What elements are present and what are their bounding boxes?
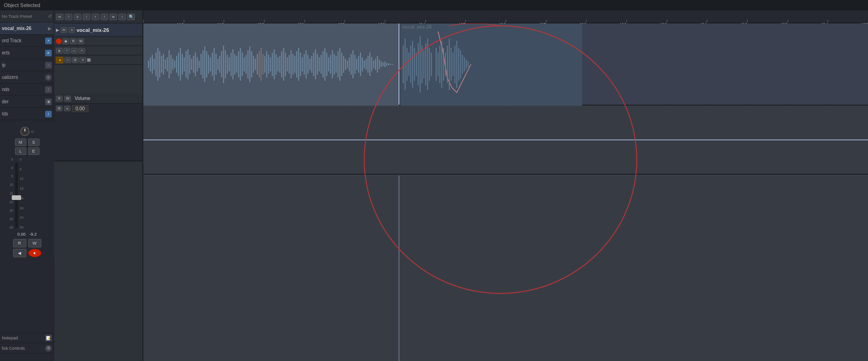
sidebar-equalizers-icon[interactable]: e [45, 74, 52, 81]
monitor-btn[interactable]: ◉ [63, 38, 69, 44]
svg-rect-5 [156, 53, 156, 76]
lane-w-btn[interactable]: W [78, 38, 84, 44]
toolbar-icon-i2[interactable]: i [83, 14, 90, 20]
sidebar-item-chord-track[interactable]: ord Track + [0, 35, 54, 47]
notepad-section[interactable]: Notepad 📝 [0, 333, 54, 343]
input-btn[interactable]: ≡ [63, 48, 70, 54]
sidebar-item-sends[interactable]: nds ↑ [0, 84, 54, 96]
toolbar-icon-i1[interactable]: i [65, 14, 72, 20]
timeline-ruler[interactable]: 417 418 419 420 421 422 [143, 10, 868, 23]
quick-controls-section[interactable]: lick Controls ⚙ [0, 343, 54, 353]
ruler-tick-420: 420 [264, 20, 265, 23]
plus-btn[interactable]: + [78, 48, 85, 54]
volume-w-btn[interactable]: W [64, 96, 71, 101]
ruler-tick-433: 433 [788, 20, 788, 23]
edit-button[interactable]: E [28, 147, 39, 155]
sidebar-chord-track-icon[interactable]: + [45, 38, 52, 44]
sidebar-inserts-label: erts [2, 50, 10, 55]
icon-btn-a[interactable]: ◆ [56, 57, 63, 63]
track-header: m i s i r i w i 🔍 ▶ m s vocal_mix-26 ◉ R… [54, 10, 143, 361]
toolbar-icon-i4[interactable]: i [118, 14, 126, 20]
svg-rect-77 [290, 50, 291, 78]
svg-rect-105 [343, 56, 344, 73]
track-expand-arrow[interactable]: ▶ [56, 28, 59, 32]
volume-grid-btn[interactable]: ⊞ [56, 106, 63, 111]
svg-rect-1 [148, 61, 149, 68]
write-button[interactable]: W [28, 239, 41, 247]
ruler-tick-423: 423 [385, 20, 385, 23]
ruler-tick-428: 428 [586, 20, 586, 23]
svg-rect-82 [300, 53, 301, 76]
svg-rect-47 [235, 54, 235, 75]
sidebar-item-ids[interactable]: Ids i [0, 108, 54, 120]
notepad-icon[interactable]: 📝 [45, 335, 52, 341]
track-s-btn[interactable]: s [69, 27, 75, 33]
pan-knob[interactable] [20, 127, 30, 136]
sidebar-inserts-icon[interactable]: e [45, 50, 52, 56]
svg-rect-36 [214, 48, 215, 81]
fader-container: 605101520304000 06121824304050 [0, 156, 54, 231]
fader-track[interactable] [15, 162, 18, 228]
svg-rect-61 [261, 48, 262, 81]
prev-button[interactable]: ◀ [13, 249, 26, 257]
minus-btn[interactable]: — [71, 48, 78, 54]
svg-rect-70 [277, 57, 278, 71]
volume-r-btn[interactable]: R [56, 96, 63, 101]
sidebar-item-recorder[interactable]: der ◉ [0, 96, 54, 108]
svg-rect-13 [171, 55, 172, 74]
sidebar-item-strip[interactable]: ip → [0, 59, 54, 71]
ruler-tick-417: 417 [143, 20, 144, 23]
sidebar-item-equalizers[interactable]: ualizers e [0, 71, 54, 84]
volume-settings-btn[interactable]: ≡ [64, 106, 70, 111]
svg-rect-146 [427, 38, 428, 90]
svg-rect-16 [176, 56, 177, 73]
sidebar-ids-icon[interactable]: i [45, 111, 52, 117]
fader-handle[interactable] [12, 195, 21, 200]
toolbar-icon-m[interactable]: m [56, 14, 63, 20]
mute-button[interactable]: M [15, 138, 26, 146]
svg-rect-24 [191, 59, 192, 70]
svg-rect-44 [229, 57, 230, 71]
sidebar-item-inserts[interactable]: erts e [0, 47, 54, 59]
solo-button[interactable]: S [28, 138, 39, 146]
ruler-tick-429: 429 [626, 20, 627, 23]
icon-btn-b[interactable]: □ [64, 57, 71, 63]
quick-controls-icon[interactable]: ⚙ [45, 345, 52, 352]
toolbar-icon-r[interactable]: r [92, 14, 99, 20]
svg-rect-32 [206, 51, 207, 77]
toolbar-icon-w[interactable]: w [109, 14, 117, 20]
svg-rect-75 [287, 57, 288, 71]
search-icon[interactable]: 🔍 [127, 14, 135, 20]
svg-rect-66 [270, 57, 271, 71]
sidebar-sends-icon[interactable]: ↑ [45, 86, 52, 93]
track-preset-reset-icon[interactable]: ↺ [48, 14, 52, 19]
svg-rect-17 [178, 53, 179, 76]
icon-btn-c[interactable]: ⊟ [72, 57, 78, 63]
ruler-tick-418: 418 [184, 20, 184, 23]
record-arm-button[interactable]: ● [28, 249, 41, 257]
sidebar-track-expand-icon[interactable]: ▶ [48, 26, 52, 31]
volume-automation-svg [143, 107, 868, 174]
phase-btn[interactable]: φ [56, 48, 63, 54]
record-btn[interactable] [56, 38, 62, 44]
sidebar-recorder-icon[interactable]: ◉ [45, 99, 52, 105]
svg-rect-118 [368, 56, 368, 73]
svg-rect-113 [358, 56, 359, 73]
volume-lane[interactable] [143, 107, 868, 175]
read-button[interactable]: R [13, 239, 26, 247]
sidebar-strip-icon[interactable]: → [45, 62, 52, 69]
svg-rect-4 [154, 59, 155, 70]
waveform-svg-2 [400, 23, 582, 106]
toolbar-icon-i3[interactable]: i [101, 14, 108, 20]
sidebar-track-name[interactable]: vocal_mix-26 ▶ [0, 23, 54, 35]
svg-rect-157 [451, 48, 452, 81]
toolbar-icon-s[interactable]: s [74, 14, 81, 20]
audio-clip-1[interactable] [143, 23, 399, 106]
listen-button[interactable]: L [15, 147, 26, 155]
audio-clip-2[interactable]: vocal_mix-26 [400, 23, 582, 106]
svg-rect-33 [208, 55, 209, 74]
lane-r-btn[interactable]: R [70, 38, 77, 44]
track-m-btn[interactable]: m [61, 27, 67, 33]
svg-rect-11 [167, 57, 168, 71]
icon-btn-d[interactable]: ≡ [79, 57, 86, 63]
